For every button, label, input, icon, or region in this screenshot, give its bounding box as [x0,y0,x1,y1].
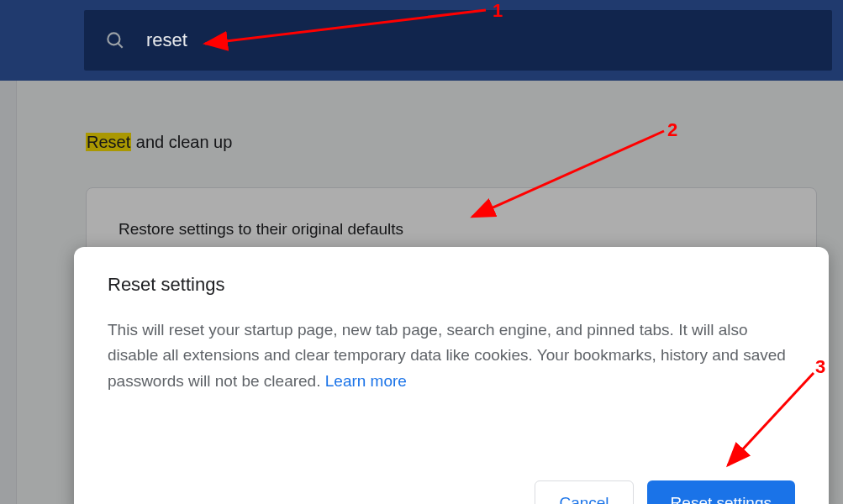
search-icon [104,29,126,51]
dialog-title: Reset settings [108,274,795,296]
annotation-number-3: 3 [815,356,825,378]
settings-header [0,0,843,81]
dialog-body: This will reset your startup page, new t… [108,318,795,394]
dialog-body-text: This will reset your startup page, new t… [108,321,786,390]
cancel-button[interactable]: Cancel [535,480,633,504]
svg-point-0 [108,33,119,45]
search-input[interactable] [146,29,812,51]
svg-line-1 [118,43,122,47]
learn-more-link[interactable]: Learn more [325,372,407,390]
reset-settings-button[interactable]: Reset settings [647,480,795,504]
dialog-actions: Cancel Reset settings [535,480,795,504]
reset-settings-dialog: Reset settings This will reset your star… [74,247,829,504]
search-bar[interactable] [84,10,832,71]
annotation-number-2: 2 [667,119,677,141]
annotation-number-1: 1 [493,0,503,22]
